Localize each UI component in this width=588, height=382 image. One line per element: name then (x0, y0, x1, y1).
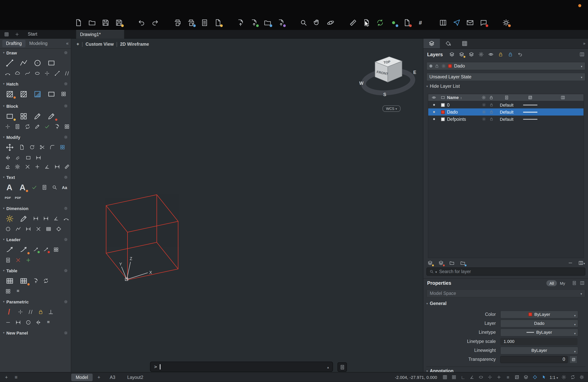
array-tool[interactable] (58, 144, 66, 151)
tab-a3[interactable]: A3 (105, 373, 120, 381)
palette-section-header[interactable]: Dimension (0, 204, 71, 212)
dim-radius-tool[interactable] (4, 225, 12, 233)
dim-baseline-tool[interactable] (24, 225, 32, 233)
open-file-icon[interactable] (86, 17, 98, 28)
block-editor-tool[interactable] (45, 111, 57, 121)
chamfer-tool[interactable] (43, 163, 51, 170)
gradient-tool[interactable] (32, 89, 43, 99)
share-icon[interactable] (451, 17, 462, 28)
email-icon[interactable] (464, 17, 476, 28)
edit-text-tool[interactable]: A (17, 182, 28, 192)
constraint-line-tool[interactable]: / (4, 307, 14, 317)
stretch-tool[interactable] (34, 154, 42, 161)
layer-lineweight[interactable]: Default (495, 110, 518, 114)
sync-attributes-tool[interactable] (23, 123, 32, 130)
annotation-visibility-icon[interactable] (560, 374, 567, 381)
snap-tracking-icon[interactable] (496, 374, 503, 381)
layer-visibility-dot[interactable] (433, 104, 435, 106)
hide-layer-list-toggle[interactable]: Hide Layer List (426, 84, 460, 89)
snap-icon[interactable] (451, 374, 458, 381)
command-collapse-icon[interactable] (327, 364, 329, 369)
linetype-scale-input[interactable]: 1.000 (500, 338, 578, 345)
lineweight-column-icon[interactable] (495, 95, 518, 100)
new-file-icon[interactable] (73, 17, 84, 28)
layer-row[interactable]: 0 Default (428, 101, 583, 108)
annotation-section-header[interactable]: Annotation (426, 366, 586, 372)
new-group-filter-icon[interactable] (448, 260, 456, 266)
palette-section-header[interactable]: Leader (0, 235, 71, 244)
remove-leader-tool[interactable] (42, 246, 50, 254)
copy-tool[interactable] (18, 144, 26, 151)
layer-lineweight[interactable]: Default (495, 117, 518, 121)
quick-select-icon[interactable] (572, 281, 577, 286)
replace-block-tool[interactable] (63, 123, 71, 130)
fillet-tool[interactable] (48, 144, 56, 151)
table-tool[interactable] (4, 276, 16, 286)
plot-style-icon[interactable] (212, 17, 224, 28)
color-dropdown[interactable]: ByLayer (500, 310, 578, 318)
align-tool[interactable] (63, 163, 71, 170)
dim-linear-tool[interactable] (32, 215, 40, 222)
tab-overview-grid-icon[interactable] (2, 31, 10, 37)
isolate-layer-icon[interactable] (468, 51, 475, 58)
rotate-tool[interactable] (28, 144, 36, 151)
current-layer-selector[interactable]: Dado (426, 62, 586, 70)
insert-block-tool[interactable] (4, 111, 16, 121)
layer-lock-icon[interactable] (489, 117, 493, 121)
layer-linetype-sample[interactable] (523, 112, 537, 112)
viewcube-south-label[interactable]: S (383, 92, 386, 97)
edit-block-tool[interactable] (32, 111, 43, 121)
move-tool[interactable] (4, 142, 16, 152)
layer-freeze-icon[interactable] (482, 117, 486, 121)
mline-tool[interactable] (63, 69, 71, 77)
ortho-icon[interactable]: ∟ (460, 374, 466, 381)
text-align-tool[interactable] (40, 184, 48, 191)
command-input[interactable] (163, 364, 325, 370)
columns-settings-icon[interactable] (542, 95, 584, 100)
viewport-visual-style-control[interactable]: 2D Wireframe (120, 42, 149, 47)
layer-search-input[interactable] (439, 269, 583, 275)
horizontal-tool[interactable] (4, 318, 12, 326)
layer-color-swatch[interactable] (441, 117, 445, 121)
undo-icon[interactable] (136, 17, 147, 28)
list-columns-icon[interactable] (578, 260, 586, 266)
trim-tool[interactable] (38, 144, 46, 151)
layer-visibility-dot[interactable] (433, 111, 435, 113)
new-layer-icon[interactable] (458, 51, 465, 58)
coincident-tool[interactable] (16, 308, 24, 316)
revcloud-tool[interactable] (14, 69, 21, 77)
layer-row[interactable]: Dado Default (428, 108, 583, 116)
name-column-header[interactable]: Name (447, 95, 480, 100)
grid-icon[interactable] (441, 374, 448, 381)
panel-dock-icon[interactable] (579, 52, 585, 57)
general-section-header[interactable]: General (426, 301, 447, 306)
page-setup-icon[interactable] (199, 17, 210, 28)
pdf-text-import-tool[interactable]: PDF (4, 194, 12, 202)
multileader-tool[interactable] (4, 244, 16, 255)
tab-layers-panel[interactable] (423, 39, 440, 48)
orbit-icon[interactable] (325, 17, 336, 28)
panel-gear-icon[interactable] (64, 104, 68, 108)
layer-visibility-dot[interactable] (433, 118, 435, 120)
layer-lock-icon[interactable] (489, 110, 493, 114)
properties-my-button[interactable]: My (557, 280, 568, 286)
object-snap-icon[interactable] (487, 374, 494, 381)
center-mark-tool[interactable] (54, 225, 63, 233)
transparency-input[interactable]: 0 (500, 356, 568, 363)
settings-gear-icon[interactable] (578, 374, 585, 381)
dim-arc-tool[interactable] (62, 215, 70, 222)
insert-icon[interactable] (262, 17, 273, 28)
edit-attribute-tool[interactable] (33, 123, 41, 130)
viewports-icon[interactable] (437, 17, 449, 28)
command-history-button[interactable] (337, 362, 347, 372)
pdf-text-export-tool[interactable]: PDF (14, 194, 22, 202)
region-tool[interactable] (59, 90, 67, 98)
dim-ordinate-tool[interactable] (14, 225, 22, 233)
palette-section-header[interactable]: Modify (0, 133, 71, 141)
break-tool[interactable] (23, 163, 32, 170)
layer-previous-icon[interactable] (516, 51, 524, 58)
layer-row[interactable]: Defpoints Default (428, 116, 583, 123)
table-link-tool[interactable] (42, 277, 50, 285)
table-export-tool[interactable] (32, 277, 40, 285)
dimension-tool[interactable] (4, 213, 16, 223)
